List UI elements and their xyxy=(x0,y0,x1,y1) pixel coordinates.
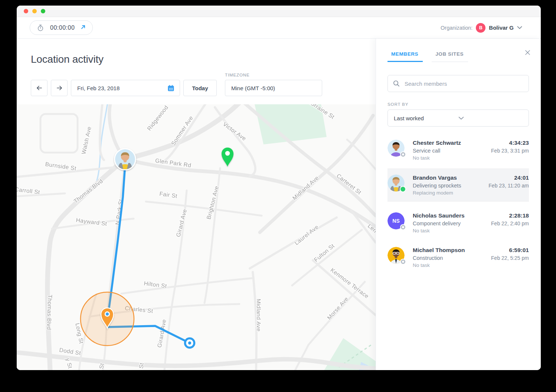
avatar xyxy=(387,140,405,157)
member-task: Construction xyxy=(413,255,443,261)
sidebar: MEMBERS JOB SITES SORT BY Last worked xyxy=(376,39,541,370)
zoom-window-button[interactable] xyxy=(41,9,45,13)
chevron-down-icon xyxy=(517,26,522,29)
arrow-left-icon xyxy=(36,85,43,91)
arrow-right-icon xyxy=(56,85,63,91)
member-duration: 2:28:18 xyxy=(509,212,529,219)
window-titlebar xyxy=(17,6,541,17)
member-name: Nicholas Saunders xyxy=(413,212,465,219)
sort-by-select[interactable]: Last worked xyxy=(387,110,529,127)
panel-tabs: MEMBERS JOB SITES xyxy=(387,51,529,62)
svg-text:St: St xyxy=(138,362,145,369)
map-canvas[interactable]: Walsh AveBurnside StCarroll StThomas Blv… xyxy=(17,104,376,370)
member-subtask: Replacing modem xyxy=(413,190,529,196)
page-header: Location activity xyxy=(17,39,376,104)
search-members-box xyxy=(387,75,529,92)
member-task: Service call xyxy=(413,148,440,154)
member-subtask: No task xyxy=(413,262,529,268)
timer-widget[interactable]: 00:00:00 xyxy=(30,20,93,35)
timezone-value: Mine (GMT -5:00) xyxy=(231,85,275,91)
close-window-button[interactable] xyxy=(24,9,28,13)
timezone-label: TIMEZONE xyxy=(225,73,322,77)
organization-name: Bolivar G xyxy=(489,24,514,31)
member-row[interactable]: NS Nicholas Saunders2:28:18 Component de… xyxy=(387,207,529,239)
member-duration: 24:01 xyxy=(514,174,529,181)
search-icon xyxy=(393,80,400,87)
topbar: 00:00:00 Organization: B Bolivar G xyxy=(17,17,541,39)
member-duration: 6:59:01 xyxy=(509,247,529,254)
route-end-marker[interactable] xyxy=(185,339,194,348)
member-name: Brandon Vargas xyxy=(413,174,457,181)
timer-expand-icon[interactable] xyxy=(81,24,86,31)
next-day-button[interactable] xyxy=(51,80,68,96)
member-row[interactable]: Michael Thompson6:59:01 ConstructionFeb … xyxy=(387,241,529,274)
stopwatch-icon xyxy=(37,24,44,32)
sort-by-value: Last worked xyxy=(394,115,458,121)
stage: 00:00:00 Organization: B Bolivar G Locat… xyxy=(0,0,556,392)
tab-job-sites[interactable]: JOB SITES xyxy=(432,51,468,62)
minimize-window-button[interactable] xyxy=(32,9,37,13)
date-picker[interactable]: Fri, Feb 23, 2018 xyxy=(71,80,180,96)
organization-label: Organization: xyxy=(441,25,472,31)
timer-value: 00:00:00 xyxy=(50,24,75,31)
member-date: Feb 22, 5:25 pm xyxy=(491,255,529,261)
member-date: Feb 22, 2:40 pm xyxy=(491,220,529,226)
member-task: Component delivery xyxy=(413,220,461,226)
member-row[interactable]: Brandon Vargas24:01 Delivering sprockets… xyxy=(387,169,529,202)
map-svg: Walsh AveBurnside StCarroll StThomas Blv… xyxy=(17,104,376,370)
date-controls: Fri, Feb 23, 2018 Today TIMEZONE Mine (G… xyxy=(31,73,322,96)
timezone-select[interactable]: Mine (GMT -5:00) xyxy=(225,80,322,96)
member-date: Feb 23, 3:31 pm xyxy=(491,148,529,154)
member-name: Chester Schwartz xyxy=(413,140,461,146)
organization-menu[interactable]: Organization: B Bolivar G xyxy=(441,23,522,33)
avatar xyxy=(387,247,405,264)
sort-by-label: SORT BY xyxy=(387,102,529,107)
status-badge xyxy=(400,187,405,192)
timezone-group: TIMEZONE Mine (GMT -5:00) xyxy=(225,73,322,96)
selected-date: Fri, Feb 23, 2018 xyxy=(77,85,167,91)
app-window: 00:00:00 Organization: B Bolivar G Locat… xyxy=(17,6,541,370)
previous-day-button[interactable] xyxy=(31,80,48,96)
svg-text:St: St xyxy=(98,363,105,369)
svg-text:Midland Ave: Midland Ave xyxy=(256,299,262,332)
member-map-marker[interactable] xyxy=(114,148,136,170)
chevron-down-icon xyxy=(458,117,523,120)
status-badge xyxy=(401,259,405,264)
member-row[interactable]: Chester Schwartz4:34:23 Service callFeb … xyxy=(387,134,529,166)
close-panel-button[interactable] xyxy=(525,50,530,55)
member-subtask: No task xyxy=(413,155,529,161)
main-panel: Location activity xyxy=(17,39,376,370)
member-name: Michael Thompson xyxy=(413,247,465,254)
member-list: Chester Schwartz4:34:23 Service callFeb … xyxy=(387,134,529,370)
member-subtask: No task xyxy=(413,228,529,233)
tab-members[interactable]: MEMBERS xyxy=(387,51,423,62)
page-title: Location activity xyxy=(31,39,376,65)
today-button[interactable]: Today xyxy=(183,80,217,96)
member-duration: 4:34:23 xyxy=(509,140,529,146)
svg-text:NS: NS xyxy=(392,218,399,224)
search-members-input[interactable] xyxy=(404,80,523,87)
avatar xyxy=(387,174,405,192)
avatar: NS xyxy=(387,212,405,229)
organization-avatar: B xyxy=(476,23,485,33)
calendar-icon xyxy=(167,85,174,92)
status-badge xyxy=(401,225,405,229)
status-badge xyxy=(401,152,405,157)
member-date: Feb 23, 11:20 am xyxy=(488,183,529,189)
svg-text:Thomas Blvd: Thomas Blvd xyxy=(46,294,53,330)
member-task: Delivering sprockets xyxy=(413,183,461,189)
